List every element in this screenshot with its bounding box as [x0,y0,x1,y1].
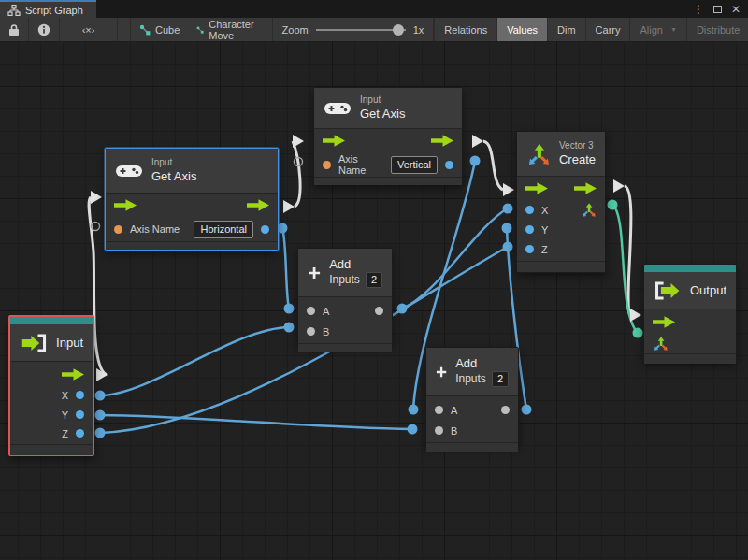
vector3-out-port[interactable] [581,202,597,218]
zoom-slider[interactable] [316,24,406,36]
breadcrumb-cube-label: Cube [155,24,180,36]
relations-toggle[interactable]: Relations [434,18,496,41]
dim-label: Dim [557,24,576,36]
output-icon [654,280,682,301]
sum-out-port[interactable] [501,406,510,414]
node-header: Output [644,272,736,309]
maximize-button[interactable] [713,6,722,13]
input-b-port[interactable] [307,327,315,336]
breadcrumb-character-move[interactable]: Character Move [188,18,266,41]
align-dropdown[interactable]: Align▼ [629,18,685,41]
wire-horizontal-value-to-add1-a[interactable] [282,228,289,309]
axis-name-row: Axis Name Vertical [314,152,462,177]
x-port[interactable] [525,206,534,214]
flow-out-arrow-icon[interactable] [247,199,269,211]
node-footer [314,177,462,185]
x-out-port[interactable] [76,391,84,399]
node-get-axis-horizontal[interactable]: InputGet Axis Axis Name Horizontal [105,148,279,251]
node-footer [10,444,93,455]
breadcrumb-cube[interactable]: Cube [131,18,188,41]
flow-out-arrow-icon[interactable] [431,135,453,147]
node-subtitle: Input [360,94,405,107]
zoom-slider-handle[interactable] [393,24,404,36]
z-port[interactable] [525,245,534,253]
node-title: Input [56,336,83,350]
graph-canvas[interactable]: InputGet Axis Axis Name Vertical [0,42,748,560]
flow-ports-row [314,129,462,152]
close-button[interactable]: ✕ [731,4,741,15]
flow-in-arrow-icon[interactable] [525,182,548,194]
y-out-port[interactable] [76,410,84,419]
flow-out-row [10,364,93,385]
dim-toggle[interactable]: Dim [547,18,585,41]
axis-name-label: Axis Name [338,153,383,176]
values-toggle[interactable]: Values [496,18,547,41]
sum-out-port[interactable] [375,307,383,315]
y-port[interactable] [525,225,534,234]
lock-button[interactable] [0,18,29,41]
flow-in-arrow-icon[interactable] [114,199,137,211]
vector3-mini-icon [653,336,669,352]
axis-name-port[interactable] [323,161,331,169]
wire-input-x-to-add1-b[interactable] [100,327,289,395]
distribute-dropdown[interactable]: Distribute▼ [686,18,748,41]
inputs-count-field[interactable]: 2 [366,272,382,288]
axis-name-field[interactable]: Vertical [391,156,438,174]
carry-label: Carry [596,24,621,36]
inputs-label: Inputs [329,273,360,287]
node-title: Get Axis [151,169,196,184]
inputs-label: Inputs [455,372,486,386]
wire-add1-out-to-vector3-x[interactable] [402,208,508,309]
flow-arrowhead [472,135,483,148]
input-a-port[interactable] [435,406,443,414]
node-add-2[interactable]: Add Inputs2 A B [425,347,519,446]
script-graph-tab[interactable]: Script Graph [0,0,96,18]
value-out-port[interactable] [261,225,269,234]
flow-out-arrow-icon[interactable] [574,182,597,194]
flow-in-arrow-icon[interactable] [653,316,675,328]
plus-icon [436,360,447,384]
node-vector3-create[interactable]: Vector 3Create X Y [516,131,606,273]
code-preview-button[interactable]: ‹×› [60,18,118,41]
info-button[interactable] [29,18,60,41]
axis-name-label: Axis Name [130,223,186,235]
y-label: Y [62,409,68,421]
flow-wire-getaxis-horizontal-to-vertical[interactable] [293,141,300,207]
input-b-port[interactable] [435,426,443,435]
flow-arrowhead [503,183,514,196]
port-row-z: Z [10,424,93,442]
node-add-1[interactable]: Add Inputs2 A B [297,248,393,346]
value-out-port[interactable] [445,161,453,169]
node-output[interactable]: Output [643,264,737,363]
vector3-mini-icon [581,202,597,218]
zoom-level: 1x [413,24,424,36]
node-title: Create [559,152,596,167]
flow-wire-getaxis-vertical-to-vector3[interactable] [483,141,503,190]
port-row-y: Y [517,220,605,239]
values-label: Values [507,24,538,36]
flow-out-arrow-icon[interactable] [62,368,84,381]
z-out-port[interactable] [76,429,84,438]
node-accent-strip [10,317,93,324]
node-title: Add [455,356,509,371]
menu-button[interactable]: ⋮ [693,4,704,15]
flow-arrowhead [613,179,625,193]
carry-toggle[interactable]: Carry [585,18,630,41]
node-title: Add [329,257,382,272]
axis-name-field[interactable]: Horizontal [194,221,253,238]
inputs-count-field[interactable]: 2 [492,371,509,387]
flow-in-arrow-icon[interactable] [323,135,345,147]
node-header: Add Inputs2 [426,348,518,396]
input-a-label: A [323,306,367,317]
port-row-b: B [298,322,392,341]
input-a-port[interactable] [307,307,315,315]
gamepad-icon [115,163,143,179]
flow-in-row [644,311,736,333]
node-input[interactable]: Input X Y Z [8,315,94,456]
node-get-axis-vertical[interactable]: InputGet Axis Axis Name Vertical [313,87,463,185]
node-header: Vector 3Create [517,132,605,177]
flow-arrowhead [283,200,295,213]
vector3-in-port[interactable] [653,336,669,352]
x-label: X [62,390,68,401]
axis-name-port[interactable] [114,225,122,234]
